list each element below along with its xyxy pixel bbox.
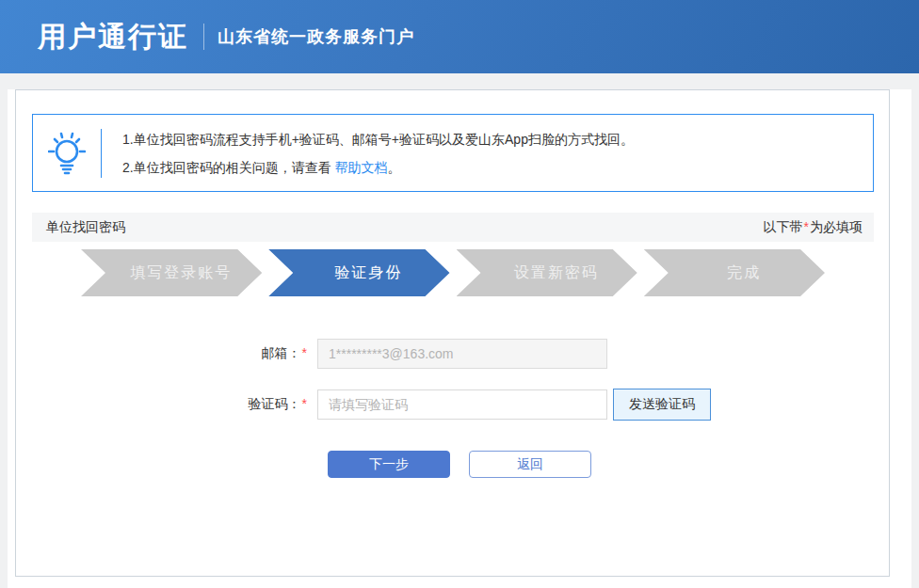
- step-fill-account: 填写登录账号: [81, 249, 262, 296]
- portal-subtitle: 山东省统一政务服务门户: [218, 25, 414, 48]
- email-field: [317, 339, 607, 369]
- tip-line-1: 1.单位找回密码流程支持手机+验证码、邮箱号+验证码以及爱山东App扫脸的方式找…: [122, 125, 634, 153]
- code-required-star: *: [302, 396, 307, 411]
- step-set-new-password: 设置新密码: [457, 249, 637, 296]
- step-verify-identity: 验证身份: [268, 249, 449, 296]
- tip-line-2: 2.单位找回密码的相关问题，请查看 帮助文档。: [122, 153, 634, 182]
- app-title: 用户通行证: [38, 18, 188, 56]
- email-label: 邮箱：*: [233, 345, 317, 362]
- header-divider: [203, 24, 204, 50]
- required-star: *: [804, 219, 809, 234]
- email-row: 邮箱：*: [32, 339, 874, 369]
- recover-password-card: 1.单位找回密码流程支持手机+验证码、邮箱号+验证码以及爱山东App扫脸的方式找…: [15, 89, 890, 577]
- main-content: 1.单位找回密码流程支持手机+验证码、邮箱号+验证码以及爱山东App扫脸的方式找…: [8, 89, 911, 588]
- required-note: 以下带*为必填项: [764, 219, 863, 236]
- tip-box: 1.单位找回密码流程支持手机+验证码、邮箱号+验证码以及爱山东App扫脸的方式找…: [32, 114, 874, 192]
- code-input[interactable]: [317, 389, 607, 420]
- lightbulb-icon: [33, 131, 101, 176]
- email-required-star: *: [302, 345, 307, 360]
- section-title: 单位找回密码: [46, 219, 125, 236]
- step-wizard: 填写登录账号 验证身份 设置新密码 完成: [81, 249, 825, 296]
- help-doc-link[interactable]: 帮助文档: [335, 160, 388, 175]
- send-code-button[interactable]: 发送验证码: [613, 389, 711, 421]
- verify-form: 邮箱：* 验证码：* 发送验证码 下一步 返回: [32, 339, 874, 478]
- back-button[interactable]: 返回: [469, 451, 591, 478]
- tip-text: 1.单位找回密码流程支持手机+验证码、邮箱号+验证码以及爱山东App扫脸的方式找…: [102, 125, 634, 182]
- section-bar: 单位找回密码 以下带*为必填项: [32, 213, 874, 242]
- next-step-button[interactable]: 下一步: [328, 451, 450, 478]
- code-row: 验证码：* 发送验证码: [32, 389, 874, 421]
- action-buttons: 下一步 返回: [32, 451, 874, 478]
- header-banner: 用户通行证 山东省统一政务服务门户: [0, 0, 919, 73]
- step-finish: 完成: [644, 249, 825, 296]
- code-label: 验证码：*: [233, 396, 317, 413]
